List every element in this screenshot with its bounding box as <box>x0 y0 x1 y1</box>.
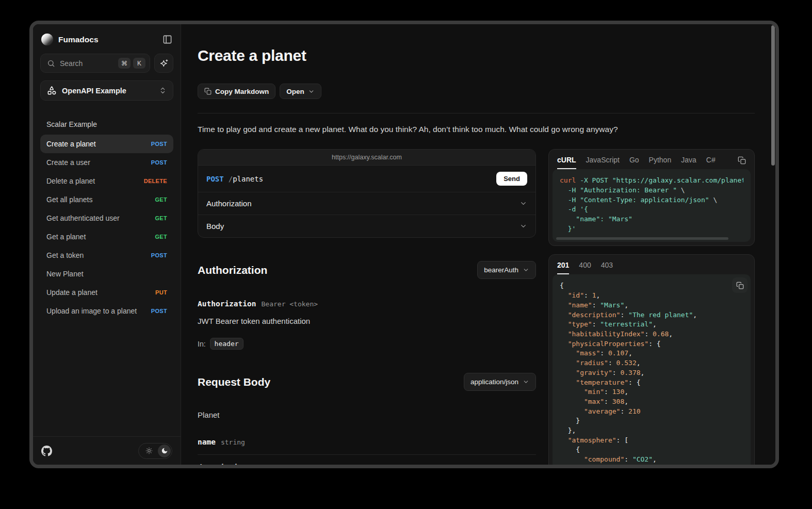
app-window: Fumadocs Search ⌘ K <box>29 21 779 468</box>
copy-icon <box>738 156 746 165</box>
sidebar-item[interactable]: Delete a planet DELETE <box>40 172 173 190</box>
sidebar-item[interactable]: Get a token POST <box>40 246 173 265</box>
search-row: Search ⌘ K <box>40 54 173 73</box>
path-slash: / <box>229 175 233 183</box>
method-badge: PUT <box>155 289 167 295</box>
accordion-label: Authorization <box>206 199 252 208</box>
panel-left-icon <box>163 35 172 44</box>
endpoint-description: Time to play god and create a new planet… <box>198 123 755 135</box>
sidebar-item[interactable]: Create a planet POST <box>40 135 173 153</box>
method-badge: POST <box>151 159 167 166</box>
sidebar-item-label: Create a user <box>46 158 151 167</box>
method-badge: GET <box>155 234 167 240</box>
sun-icon <box>140 447 158 454</box>
kbd-meta: ⌘ <box>118 58 131 69</box>
auth-param-type: Bearer <token> <box>262 300 318 308</box>
curl-code-block: curl -X POST "https://galaxy.scalar.com/… <box>553 169 751 242</box>
brand-name: Fumadocs <box>58 35 99 44</box>
search-input[interactable]: Search ⌘ K <box>40 54 150 73</box>
response-card: 201 400 403 <box>548 254 755 465</box>
method-badge: GET <box>155 196 167 203</box>
response-code-block: { "id": 1, "name": "Mars", "description"… <box>553 274 751 465</box>
sidebar-item-label: Upload an image to a planet <box>46 307 151 315</box>
code-language-tab[interactable]: cURL <box>557 156 576 169</box>
sidebar-item[interactable]: New Planet <box>40 265 173 283</box>
copy-code-button[interactable] <box>738 156 746 169</box>
sidebar-nav: Create a planet POST Create a user POST … <box>40 135 173 320</box>
theme-toggle[interactable] <box>138 443 172 459</box>
code-language-tab[interactable]: Java <box>681 156 696 169</box>
page-actions: Copy Markdown Open <box>198 84 755 99</box>
sidebar-item[interactable]: Get authenticated user GET <box>40 209 173 227</box>
in-label: In: <box>198 340 206 348</box>
copy-markdown-label: Copy Markdown <box>215 88 269 95</box>
field-optional-mark: ? <box>247 463 252 465</box>
send-button[interactable]: Send <box>496 172 527 186</box>
code-language-tab[interactable]: Python <box>649 156 672 169</box>
http-method: POST <box>206 175 224 183</box>
chevron-down-icon <box>519 222 527 230</box>
response-status-tabs: 201 400 403 <box>549 255 754 274</box>
field-type: string | null <box>257 464 310 465</box>
header-divider <box>198 113 755 113</box>
sidebar-item[interactable]: Create a user POST <box>40 153 173 172</box>
request-body-heading: Request Body <box>198 376 270 388</box>
content-type-value: application/json <box>470 378 518 386</box>
method-badge: POST <box>151 252 167 258</box>
sidebar-item[interactable]: Get all planets GET <box>40 190 173 209</box>
window-scrollbar[interactable] <box>771 25 775 166</box>
chevron-down-icon <box>519 200 527 207</box>
sidebar-item-label: Update a planet <box>46 288 155 297</box>
endpoint-path: planets <box>233 175 263 183</box>
request-body-section: Request Body application/json Planet <box>198 373 536 465</box>
sidebar-item-label: New Planet <box>46 270 167 278</box>
auth-scheme-select[interactable]: bearerAuth <box>477 261 536 279</box>
playground-accordions: Authorization Body <box>198 192 535 237</box>
horizontal-scrollbar[interactable] <box>556 237 728 240</box>
sidebar-item[interactable]: Get a planet GET <box>40 227 173 246</box>
copy-icon <box>204 88 212 95</box>
field-name: description <box>198 463 247 465</box>
sparkles-icon <box>159 59 169 68</box>
code-language-tab[interactable]: JavaScript <box>586 156 620 169</box>
response-json: { "id": 1, "name": "Mars", "description"… <box>560 281 743 464</box>
chevrons-up-down-icon <box>159 87 167 94</box>
schema-name: Planet <box>198 411 536 419</box>
sidebar-section-label: Scalar Example <box>40 120 173 128</box>
in-value-chip: header <box>210 338 243 350</box>
sidebar-item[interactable]: Update a planet PUT <box>40 283 173 302</box>
ai-assistant-button[interactable] <box>154 54 173 73</box>
copy-markdown-button[interactable]: Copy Markdown <box>198 84 275 99</box>
sidebar-item-label: Get a planet <box>46 233 155 241</box>
sidebar-item-label: Get authenticated user <box>46 214 155 222</box>
github-icon <box>41 446 52 456</box>
sidebar-item[interactable]: Upload an image to a planet POST <box>40 302 173 320</box>
sidebar-item-label: Get all planets <box>46 195 155 204</box>
copy-icon <box>736 282 744 289</box>
accordion-label: Body <box>206 222 224 231</box>
method-badge: POST <box>151 141 167 147</box>
authorization-section: Authorization bearerAuth Authorization <box>198 261 536 350</box>
api-spec-label: OpenAPI Example <box>62 87 159 95</box>
auth-param-name: Authorization <box>198 300 256 308</box>
field-name: name <box>198 438 216 446</box>
copy-response-button[interactable] <box>732 277 748 293</box>
response-status-tab[interactable]: 400 <box>579 261 591 274</box>
response-status-tab[interactable]: 403 <box>601 261 613 274</box>
github-link[interactable] <box>41 446 52 456</box>
search-icon <box>47 59 55 68</box>
sidebar-item-label: Create a planet <box>46 140 151 148</box>
code-language-tab[interactable]: C# <box>706 156 716 169</box>
code-language-tab[interactable]: Go <box>629 156 639 169</box>
sidebar-collapse-button[interactable] <box>163 35 172 44</box>
chevron-down-icon <box>308 88 315 95</box>
playground-accordion[interactable]: Body <box>198 215 535 237</box>
auth-scheme-value: bearerAuth <box>484 266 518 274</box>
content-type-select[interactable]: application/json <box>464 373 536 391</box>
method-badge: DELETE <box>144 178 167 184</box>
api-spec-selector[interactable]: OpenAPI Example <box>40 80 173 101</box>
open-button[interactable]: Open <box>280 84 321 99</box>
playground-accordion[interactable]: Authorization <box>198 192 535 215</box>
method-badge: GET <box>155 215 167 221</box>
response-status-tab[interactable]: 201 <box>557 261 569 274</box>
